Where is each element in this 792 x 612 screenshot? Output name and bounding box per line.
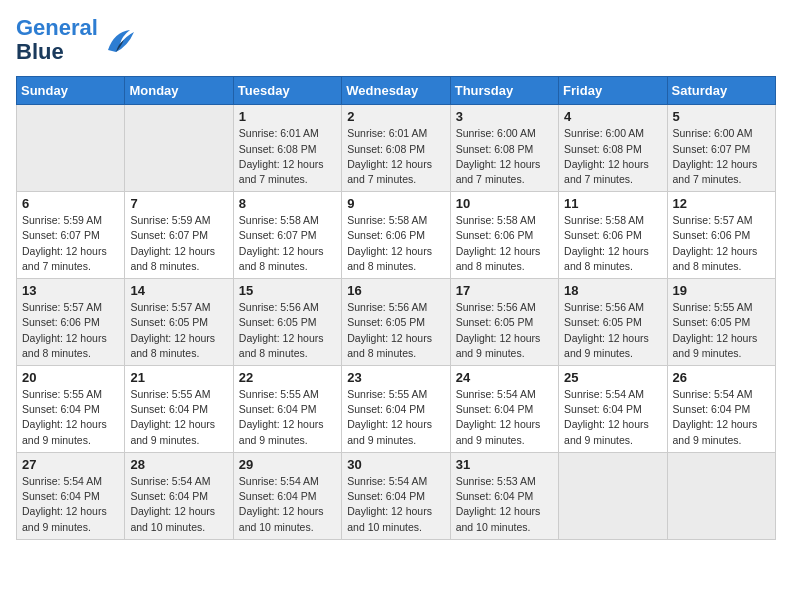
day-number: 26 <box>673 370 770 385</box>
day-info: Sunrise: 5:54 AM Sunset: 6:04 PM Dayligh… <box>239 474 336 535</box>
day-number: 7 <box>130 196 227 211</box>
logo-bird-icon <box>100 22 136 58</box>
day-number: 31 <box>456 457 553 472</box>
day-info: Sunrise: 5:54 AM Sunset: 6:04 PM Dayligh… <box>564 387 661 448</box>
day-number: 23 <box>347 370 444 385</box>
calendar-day-cell: 23Sunrise: 5:55 AM Sunset: 6:04 PM Dayli… <box>342 366 450 453</box>
day-info: Sunrise: 5:56 AM Sunset: 6:05 PM Dayligh… <box>347 300 444 361</box>
page-header: General Blue <box>16 16 776 64</box>
day-info: Sunrise: 6:00 AM Sunset: 6:08 PM Dayligh… <box>564 126 661 187</box>
calendar-day-cell: 29Sunrise: 5:54 AM Sunset: 6:04 PM Dayli… <box>233 452 341 539</box>
day-number: 12 <box>673 196 770 211</box>
weekday-header-friday: Friday <box>559 77 667 105</box>
calendar-day-cell: 12Sunrise: 5:57 AM Sunset: 6:06 PM Dayli… <box>667 192 775 279</box>
calendar-day-cell <box>667 452 775 539</box>
day-number: 9 <box>347 196 444 211</box>
day-number: 19 <box>673 283 770 298</box>
calendar-week-row: 1Sunrise: 6:01 AM Sunset: 6:08 PM Daylig… <box>17 105 776 192</box>
calendar-day-cell: 2Sunrise: 6:01 AM Sunset: 6:08 PM Daylig… <box>342 105 450 192</box>
day-info: Sunrise: 5:57 AM Sunset: 6:06 PM Dayligh… <box>673 213 770 274</box>
day-number: 17 <box>456 283 553 298</box>
day-info: Sunrise: 5:56 AM Sunset: 6:05 PM Dayligh… <box>564 300 661 361</box>
calendar-day-cell: 9Sunrise: 5:58 AM Sunset: 6:06 PM Daylig… <box>342 192 450 279</box>
day-number: 2 <box>347 109 444 124</box>
weekday-header-sunday: Sunday <box>17 77 125 105</box>
logo-text: General Blue <box>16 16 98 64</box>
calendar-day-cell: 5Sunrise: 6:00 AM Sunset: 6:07 PM Daylig… <box>667 105 775 192</box>
day-number: 27 <box>22 457 119 472</box>
calendar-week-row: 6Sunrise: 5:59 AM Sunset: 6:07 PM Daylig… <box>17 192 776 279</box>
calendar-day-cell: 16Sunrise: 5:56 AM Sunset: 6:05 PM Dayli… <box>342 279 450 366</box>
calendar-day-cell: 8Sunrise: 5:58 AM Sunset: 6:07 PM Daylig… <box>233 192 341 279</box>
calendar-day-cell: 26Sunrise: 5:54 AM Sunset: 6:04 PM Dayli… <box>667 366 775 453</box>
day-info: Sunrise: 5:58 AM Sunset: 6:06 PM Dayligh… <box>456 213 553 274</box>
weekday-header-saturday: Saturday <box>667 77 775 105</box>
day-info: Sunrise: 5:59 AM Sunset: 6:07 PM Dayligh… <box>130 213 227 274</box>
day-info: Sunrise: 6:01 AM Sunset: 6:08 PM Dayligh… <box>347 126 444 187</box>
day-number: 8 <box>239 196 336 211</box>
calendar-day-cell: 17Sunrise: 5:56 AM Sunset: 6:05 PM Dayli… <box>450 279 558 366</box>
calendar-day-cell: 7Sunrise: 5:59 AM Sunset: 6:07 PM Daylig… <box>125 192 233 279</box>
calendar-day-cell: 3Sunrise: 6:00 AM Sunset: 6:08 PM Daylig… <box>450 105 558 192</box>
calendar-day-cell: 28Sunrise: 5:54 AM Sunset: 6:04 PM Dayli… <box>125 452 233 539</box>
day-number: 1 <box>239 109 336 124</box>
calendar-day-cell: 1Sunrise: 6:01 AM Sunset: 6:08 PM Daylig… <box>233 105 341 192</box>
calendar-day-cell: 18Sunrise: 5:56 AM Sunset: 6:05 PM Dayli… <box>559 279 667 366</box>
day-number: 6 <box>22 196 119 211</box>
day-info: Sunrise: 5:55 AM Sunset: 6:04 PM Dayligh… <box>239 387 336 448</box>
day-info: Sunrise: 6:01 AM Sunset: 6:08 PM Dayligh… <box>239 126 336 187</box>
calendar-day-cell <box>125 105 233 192</box>
day-info: Sunrise: 5:54 AM Sunset: 6:04 PM Dayligh… <box>673 387 770 448</box>
day-info: Sunrise: 5:59 AM Sunset: 6:07 PM Dayligh… <box>22 213 119 274</box>
calendar-week-row: 20Sunrise: 5:55 AM Sunset: 6:04 PM Dayli… <box>17 366 776 453</box>
weekday-header-row: SundayMondayTuesdayWednesdayThursdayFrid… <box>17 77 776 105</box>
calendar-day-cell: 10Sunrise: 5:58 AM Sunset: 6:06 PM Dayli… <box>450 192 558 279</box>
calendar-day-cell: 31Sunrise: 5:53 AM Sunset: 6:04 PM Dayli… <box>450 452 558 539</box>
day-number: 18 <box>564 283 661 298</box>
day-number: 30 <box>347 457 444 472</box>
calendar-day-cell <box>17 105 125 192</box>
day-info: Sunrise: 5:58 AM Sunset: 6:07 PM Dayligh… <box>239 213 336 274</box>
day-number: 28 <box>130 457 227 472</box>
weekday-header-tuesday: Tuesday <box>233 77 341 105</box>
day-number: 29 <box>239 457 336 472</box>
day-number: 15 <box>239 283 336 298</box>
day-number: 16 <box>347 283 444 298</box>
logo: General Blue <box>16 16 136 64</box>
calendar-day-cell: 14Sunrise: 5:57 AM Sunset: 6:05 PM Dayli… <box>125 279 233 366</box>
day-info: Sunrise: 5:55 AM Sunset: 6:04 PM Dayligh… <box>347 387 444 448</box>
calendar-day-cell <box>559 452 667 539</box>
calendar-day-cell: 24Sunrise: 5:54 AM Sunset: 6:04 PM Dayli… <box>450 366 558 453</box>
day-number: 22 <box>239 370 336 385</box>
day-number: 4 <box>564 109 661 124</box>
day-info: Sunrise: 5:55 AM Sunset: 6:04 PM Dayligh… <box>22 387 119 448</box>
day-info: Sunrise: 5:58 AM Sunset: 6:06 PM Dayligh… <box>564 213 661 274</box>
day-number: 5 <box>673 109 770 124</box>
calendar-day-cell: 27Sunrise: 5:54 AM Sunset: 6:04 PM Dayli… <box>17 452 125 539</box>
day-info: Sunrise: 5:56 AM Sunset: 6:05 PM Dayligh… <box>239 300 336 361</box>
day-info: Sunrise: 5:54 AM Sunset: 6:04 PM Dayligh… <box>347 474 444 535</box>
day-info: Sunrise: 5:54 AM Sunset: 6:04 PM Dayligh… <box>22 474 119 535</box>
day-info: Sunrise: 5:58 AM Sunset: 6:06 PM Dayligh… <box>347 213 444 274</box>
calendar-day-cell: 4Sunrise: 6:00 AM Sunset: 6:08 PM Daylig… <box>559 105 667 192</box>
day-info: Sunrise: 6:00 AM Sunset: 6:07 PM Dayligh… <box>673 126 770 187</box>
day-info: Sunrise: 6:00 AM Sunset: 6:08 PM Dayligh… <box>456 126 553 187</box>
calendar-day-cell: 15Sunrise: 5:56 AM Sunset: 6:05 PM Dayli… <box>233 279 341 366</box>
weekday-header-monday: Monday <box>125 77 233 105</box>
calendar-week-row: 13Sunrise: 5:57 AM Sunset: 6:06 PM Dayli… <box>17 279 776 366</box>
day-number: 10 <box>456 196 553 211</box>
day-number: 11 <box>564 196 661 211</box>
day-info: Sunrise: 5:57 AM Sunset: 6:06 PM Dayligh… <box>22 300 119 361</box>
day-number: 13 <box>22 283 119 298</box>
day-number: 20 <box>22 370 119 385</box>
day-number: 24 <box>456 370 553 385</box>
calendar-day-cell: 13Sunrise: 5:57 AM Sunset: 6:06 PM Dayli… <box>17 279 125 366</box>
calendar-day-cell: 25Sunrise: 5:54 AM Sunset: 6:04 PM Dayli… <box>559 366 667 453</box>
calendar-day-cell: 30Sunrise: 5:54 AM Sunset: 6:04 PM Dayli… <box>342 452 450 539</box>
calendar-table: SundayMondayTuesdayWednesdayThursdayFrid… <box>16 76 776 539</box>
day-number: 25 <box>564 370 661 385</box>
calendar-day-cell: 21Sunrise: 5:55 AM Sunset: 6:04 PM Dayli… <box>125 366 233 453</box>
day-info: Sunrise: 5:53 AM Sunset: 6:04 PM Dayligh… <box>456 474 553 535</box>
day-info: Sunrise: 5:57 AM Sunset: 6:05 PM Dayligh… <box>130 300 227 361</box>
day-number: 14 <box>130 283 227 298</box>
